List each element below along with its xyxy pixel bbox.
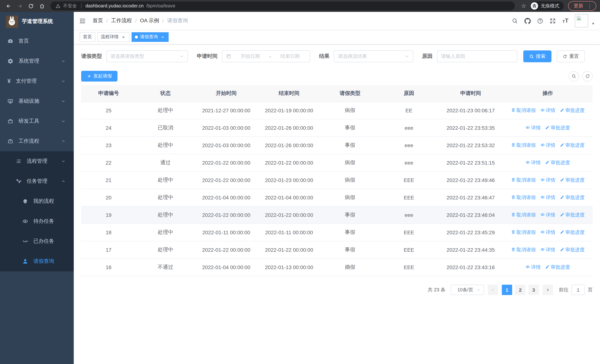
page-list: 123 <box>502 285 539 295</box>
cancel-leave-link[interactable]: 取消请假 <box>511 194 536 201</box>
detail-link[interactable]: 详情 <box>525 159 541 166</box>
detail-link[interactable]: 详情 <box>540 177 555 184</box>
progress-link[interactable]: 审批进度 <box>545 264 570 271</box>
action-label: 取消请假 <box>516 212 536 218</box>
progress-link[interactable]: 审批进度 <box>560 107 585 114</box>
progress-link[interactable]: 审批进度 <box>560 142 585 149</box>
leave-type-select[interactable]: 请选择请假类型 <box>106 50 188 62</box>
browser-forward-icon[interactable] <box>15 1 24 11</box>
page-button[interactable]: 2 <box>515 285 525 295</box>
cancel-leave-link[interactable]: 取消请假 <box>511 229 536 236</box>
github-icon[interactable] <box>525 18 531 24</box>
sidebar-item-eye-closed[interactable]: 已办任务 <box>0 231 74 251</box>
apply-time-range-picker[interactable]: 开始日期 - 结束日期 <box>222 50 310 62</box>
browser-menu-icon[interactable]: ⋮ <box>587 3 592 9</box>
cell-end: 2022-01-23 00:00:00 <box>258 177 320 183</box>
sidebar-collapse-icon[interactable] <box>79 17 86 24</box>
progress-link[interactable]: 审批进度 <box>560 194 585 201</box>
tab-item[interactable]: 流程详情× <box>97 32 129 42</box>
page-button[interactable]: 1 <box>502 285 512 295</box>
sidebar-item-dashboard[interactable]: 首页 <box>0 31 74 51</box>
help-icon[interactable] <box>537 18 544 24</box>
avatar-caret-icon[interactable]: ▾ <box>592 16 594 25</box>
create-leave-button[interactable]: 发起请假 <box>81 71 117 82</box>
progress-link[interactable]: 审批进度 <box>560 229 585 236</box>
toggle-search-button[interactable] <box>569 71 579 81</box>
action-label: 详情 <box>531 159 541 166</box>
trash-icon <box>511 212 515 218</box>
sidebar-item-eye-open[interactable]: 待办任务 <box>0 211 74 231</box>
breadcrumb-separator: / <box>106 18 108 24</box>
app-logo[interactable]: 芋道管理系统 <box>0 12 74 31</box>
column-header: 申请时间 <box>438 90 503 97</box>
tab-active[interactable]: 请假查询× <box>131 32 169 42</box>
detail-link[interactable]: 详情 <box>540 142 555 149</box>
result-select[interactable]: 请选择流结果 <box>334 50 413 62</box>
goto-page-input[interactable] <box>572 285 585 295</box>
browser-home-icon[interactable] <box>37 1 47 11</box>
action-label: 详情 <box>546 194 555 201</box>
font-size-icon[interactable]: TT <box>562 18 569 24</box>
close-icon[interactable]: × <box>160 34 165 39</box>
breadcrumb-item[interactable]: OA 示例 <box>140 18 159 24</box>
progress-link[interactable]: 审批进度 <box>560 212 585 218</box>
fullscreen-icon[interactable] <box>550 18 556 24</box>
sidebar-item-tree-list[interactable]: 流程管理 <box>0 151 74 171</box>
sidebar-item-label: 流程管理 <box>27 158 47 165</box>
cell-actions: 取消请假详情审批进度 <box>503 194 593 201</box>
bookmark-star-icon[interactable]: ☆ <box>521 3 526 9</box>
prev-page-button[interactable] <box>488 285 498 295</box>
search-button[interactable]: 搜索 <box>523 50 552 62</box>
edit-icon <box>545 264 550 270</box>
browser-update-button[interactable]: 更新 ⋮ <box>568 1 596 11</box>
progress-link[interactable]: 审批进度 <box>545 159 570 166</box>
sidebar-item-label: 我的流程 <box>33 198 54 205</box>
address-bar[interactable]: 不安全 dashboard.yudao.iocoder.cn/bpm/oa/le… <box>50 1 515 10</box>
leave-type-label: 请假类型 <box>81 53 102 60</box>
detail-link[interactable]: 详情 <box>525 125 541 131</box>
sidebar-item-yen[interactable]: ¥支付管理 <box>0 71 74 91</box>
detail-link[interactable]: 详情 <box>540 107 555 114</box>
next-page-button[interactable] <box>543 285 553 295</box>
reason-input[interactable]: 请输入原因 <box>437 50 517 62</box>
tab-item[interactable]: 首页 <box>80 32 95 42</box>
action-label: 审批进度 <box>565 177 585 184</box>
page-button[interactable]: 3 <box>528 285 539 295</box>
sidebar-item-robot[interactable]: 我的流程 <box>0 191 74 211</box>
breadcrumb-item[interactable]: 工作流程 <box>111 18 132 24</box>
detail-link[interactable]: 详情 <box>540 246 555 253</box>
sidebar-item-toolbox[interactable]: 研发工具 <box>0 111 74 131</box>
reset-button[interactable]: 重置 <box>557 50 585 62</box>
cancel-leave-link[interactable]: 取消请假 <box>511 142 536 149</box>
detail-link[interactable]: 详情 <box>540 194 555 201</box>
sidebar-item-user[interactable]: 请假查询 <box>0 251 74 271</box>
avatar[interactable] <box>575 14 588 28</box>
detail-link[interactable]: 详情 <box>525 264 541 271</box>
sidebar-item-monitor[interactable]: 基础设施 <box>0 91 74 111</box>
screen: 不安全 dashboard.yudao.iocoder.cn/bpm/oa/le… <box>0 0 600 364</box>
detail-link[interactable]: 详情 <box>540 229 555 236</box>
browser-reload-icon[interactable] <box>26 1 36 11</box>
cancel-leave-link[interactable]: 取消请假 <box>511 212 536 218</box>
detail-link[interactable]: 详情 <box>540 212 555 218</box>
browser-back-icon[interactable] <box>4 1 13 11</box>
progress-link[interactable]: 审批进度 <box>560 177 585 184</box>
cancel-leave-link[interactable]: 取消请假 <box>511 177 536 184</box>
close-icon[interactable]: × <box>121 34 126 39</box>
refresh-button[interactable] <box>582 71 593 81</box>
edit-icon <box>560 230 564 235</box>
search-icon[interactable] <box>512 18 518 24</box>
cancel-leave-link[interactable]: 取消请假 <box>511 246 536 253</box>
cell-reason: eee <box>379 212 438 218</box>
breadcrumb-item[interactable]: 首页 <box>93 18 103 24</box>
eye-icon <box>540 247 544 253</box>
progress-link[interactable]: 审批进度 <box>545 125 570 131</box>
sidebar-item-flow[interactable]: 任务管理 <box>0 171 74 191</box>
breadcrumb-separator: / <box>135 18 137 24</box>
sidebar-item-briefcase[interactable]: 工作流程 <box>0 131 74 151</box>
page-size-select[interactable]: 10条/页 <box>451 285 484 295</box>
progress-link[interactable]: 审批进度 <box>560 246 585 253</box>
cancel-leave-link[interactable]: 取消请假 <box>511 107 536 114</box>
eye-icon <box>540 177 544 183</box>
sidebar-item-gear[interactable]: 系统管理 <box>0 51 74 71</box>
